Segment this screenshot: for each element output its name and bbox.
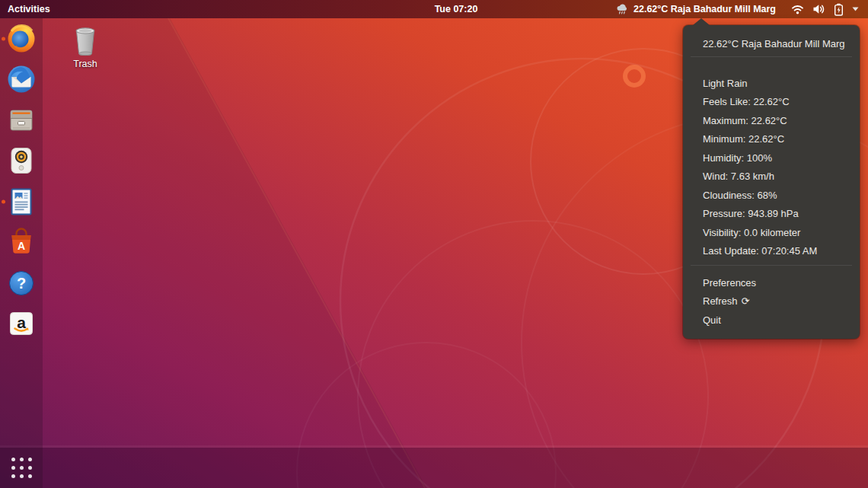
svg-text:?: ?: [17, 275, 26, 292]
rhythmbox-icon: [8, 146, 35, 175]
weather-feels-like: Feels Like: 22.62°C: [683, 93, 860, 112]
battery-charging-icon: [834, 3, 844, 16]
weather-cloudiness: Cloudiness: 68%: [683, 186, 860, 205]
weather-humidity: Humidity: 100%: [683, 148, 860, 167]
weather-maximum: Maximum: 22.62°C: [683, 111, 860, 130]
refresh-icon: ⟳: [742, 296, 750, 306]
system-menu-button[interactable]: [790, 0, 860, 18]
dock-item-ubuntu-software[interactable]: A: [0, 222, 43, 263]
preferences-label: Preferences: [703, 277, 756, 289]
running-indicator-dot: [2, 37, 5, 40]
weather-minimum: Minimum: 22.62°C: [683, 130, 860, 149]
quit-label: Quit: [703, 314, 721, 326]
dock-item-thunderbird[interactable]: [0, 59, 43, 100]
weather-condition: Light Rain: [683, 74, 860, 93]
weather-indicator-button[interactable]: 22.62°C Raja Bahadur Mill Marg: [613, 0, 779, 18]
dock-item-amazon[interactable]: a: [0, 304, 43, 345]
files-icon: [7, 107, 36, 134]
top-bar-tray: 22.62°C Raja Bahadur Mill Marg: [613, 0, 868, 18]
weather-menu: 22.62°C Raja Bahadur Mill Marg Light Rai…: [683, 25, 860, 339]
help-icon: ?: [8, 270, 35, 297]
svg-text:a: a: [17, 314, 26, 331]
trash-label: Trash: [73, 59, 97, 69]
menu-item-preferences[interactable]: Preferences: [683, 273, 860, 292]
menu-separator: [691, 265, 852, 266]
refresh-label: Refresh: [703, 295, 738, 307]
dock-item-rhythmbox[interactable]: [0, 141, 43, 182]
ubuntu-software-icon: A: [8, 228, 35, 257]
trash-desktop-icon[interactable]: Trash: [66, 25, 104, 69]
weather-indicator-label: 22.62°C Raja Bahadur Mill Marg: [633, 4, 776, 14]
weather-info-section: Light Rain Feels Like: 22.62°C Maximum: …: [683, 74, 860, 260]
activities-label: Activities: [8, 4, 50, 14]
dock-item-files[interactable]: [0, 100, 43, 141]
top-bar: Activities Tue 07:20 22.62°C Raja Bahadu…: [0, 0, 868, 18]
clock-label: Tue 07:20: [435, 4, 478, 14]
libreoffice-writer-icon: [8, 187, 34, 216]
weather-menu-actions: Preferences Refresh ⟳ Quit: [683, 273, 860, 330]
weather-wind: Wind: 7.63 km/h: [683, 167, 860, 187]
trash-icon: [72, 25, 99, 57]
dock-item-libreoffice-writer[interactable]: [0, 181, 43, 222]
weather-pressure: Pressure: 943.89 hPa: [683, 205, 860, 224]
weather-visibility: Visibility: 0.0 kilometer: [683, 223, 860, 242]
thunderbird-icon: [7, 65, 36, 94]
menu-item-quit[interactable]: Quit: [683, 311, 860, 330]
svg-text:A: A: [18, 240, 25, 252]
volume-icon: [812, 4, 825, 14]
activities-button[interactable]: Activities: [0, 0, 58, 18]
dock: A ? a: [0, 18, 43, 488]
weather-menu-title: 22.62°C Raja Bahadur Mill Marg: [683, 35, 860, 52]
amazon-icon: a: [8, 310, 35, 337]
chevron-down-icon: [852, 7, 859, 11]
firefox-icon: [7, 24, 36, 53]
running-indicator-dot: [2, 199, 5, 203]
weather-rain-icon: [616, 3, 629, 15]
dock-item-help[interactable]: ?: [0, 263, 43, 304]
show-applications-icon: [11, 458, 32, 478]
menu-separator: [691, 56, 852, 57]
menu-item-refresh[interactable]: Refresh ⟳: [683, 292, 860, 311]
ubuntu-desktop: Activities Tue 07:20 22.62°C Raja Bahadu…: [0, 0, 868, 488]
weather-last-update: Last Update: 07:20:45 AM: [683, 242, 860, 261]
show-applications-button[interactable]: [0, 447, 43, 488]
wifi-icon: [791, 4, 804, 14]
clock-button[interactable]: Tue 07:20: [435, 0, 478, 18]
dock-item-firefox[interactable]: [0, 18, 43, 59]
